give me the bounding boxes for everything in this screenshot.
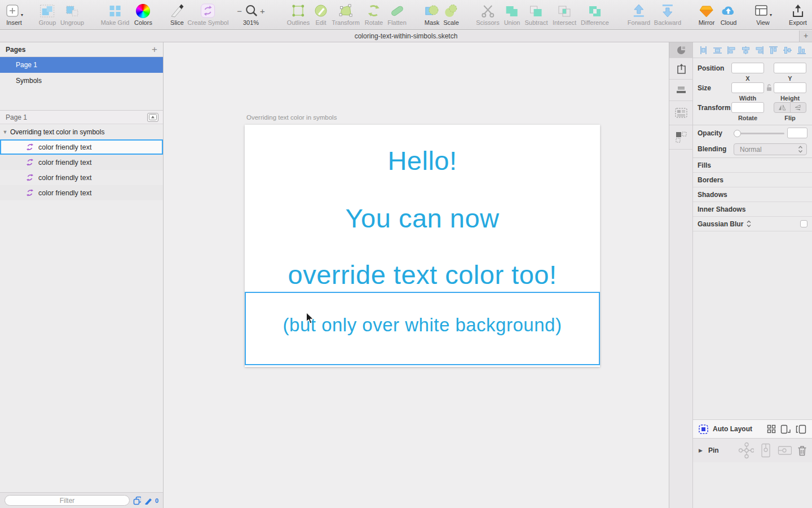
pin-edges-icon[interactable] <box>738 442 754 459</box>
chevron-down-icon: ▾ <box>770 12 772 17</box>
align-center-horizontal-icon[interactable] <box>741 46 751 55</box>
tab-page-setup[interactable] <box>669 101 692 125</box>
export-icon <box>791 3 805 18</box>
edit-button[interactable]: Edit <box>314 3 328 26</box>
grid-view-icon[interactable] <box>767 424 776 433</box>
zoom-control[interactable]: − + 301% <box>237 3 265 26</box>
position-x-input[interactable] <box>731 63 764 73</box>
subtract-button[interactable]: Subtract <box>525 3 548 26</box>
filter-input[interactable] <box>5 495 130 506</box>
artboard-text-line-4[interactable]: (but only over white background) <box>246 314 599 336</box>
section-fills[interactable]: Fills <box>693 158 812 173</box>
create-symbol-button[interactable]: Create Symbol <box>188 3 229 26</box>
align-left-icon[interactable] <box>727 46 736 55</box>
export-button[interactable]: Export <box>789 3 807 26</box>
rotate-input[interactable] <box>731 102 764 113</box>
gaussian-blur-checkbox[interactable] <box>800 220 807 227</box>
disclosure-triangle-icon[interactable]: ▶ <box>699 448 703 453</box>
slices-icon <box>675 131 687 143</box>
layer-row-symbol[interactable]: color friendly text <box>0 170 163 185</box>
layer-row-symbol[interactable]: color friendly text <box>0 185 163 200</box>
forward-button[interactable]: Forward <box>628 3 650 26</box>
intersect-button[interactable]: Intersect <box>553 3 576 26</box>
artboard-text-line-2[interactable]: You can now <box>245 203 600 234</box>
scissors-button[interactable]: Scissors <box>476 3 500 26</box>
add-tab-button[interactable]: + <box>799 30 812 42</box>
blending-dropdown[interactable]: Normal <box>734 143 807 155</box>
layer-row-symbol[interactable]: color friendly text <box>0 139 163 155</box>
make-grid-button[interactable]: Make Grid <box>101 3 130 26</box>
tab-print[interactable] <box>669 80 692 101</box>
section-borders[interactable]: Borders <box>693 173 812 187</box>
difference-button[interactable]: Difference <box>581 3 609 26</box>
artboard-label[interactable]: Overriding text color in symbols <box>246 114 337 121</box>
flip-vertical-button[interactable] <box>791 103 806 112</box>
stepper-icon[interactable] <box>747 220 751 227</box>
add-page-button[interactable]: + <box>152 46 157 54</box>
layer-group-label: Overriding text color in symbols <box>10 128 104 136</box>
align-right-icon[interactable] <box>754 46 764 55</box>
tab-export[interactable] <box>669 58 692 80</box>
mirror-button[interactable]: Mirror <box>699 3 715 26</box>
artboard-view-button[interactable] <box>147 113 158 122</box>
zoom-in-icon[interactable]: + <box>260 6 265 16</box>
union-button[interactable]: Union <box>504 3 520 26</box>
outlines-button[interactable]: Outlines <box>287 3 310 26</box>
ungroup-icon <box>65 3 80 18</box>
layer-row-symbol[interactable]: color friendly text <box>0 155 163 170</box>
size-height-input[interactable] <box>774 82 806 93</box>
ungroup-button[interactable]: Ungroup <box>60 3 84 26</box>
duplicate-icon[interactable] <box>133 496 141 505</box>
lock-icon[interactable] <box>766 84 772 91</box>
sketch-diamond-icon <box>699 3 714 18</box>
slice-button[interactable]: Slice <box>170 3 184 26</box>
section-shadows[interactable]: Shadows <box>693 187 812 202</box>
section-inner-shadows[interactable]: Inner Shadows <box>693 202 812 217</box>
position-y-input[interactable] <box>774 63 806 73</box>
view-button[interactable]: ▾ View <box>754 3 772 26</box>
pages-title: Pages <box>6 46 152 54</box>
scale-button[interactable]: Scale <box>443 3 459 26</box>
opacity-slider[interactable] <box>735 133 784 134</box>
disclosure-triangle-icon[interactable]: ▼ <box>0 129 10 135</box>
zoom-out-icon[interactable]: − <box>237 6 242 16</box>
insert-plus-icon <box>5 3 20 18</box>
backward-button[interactable]: Backward <box>654 3 681 26</box>
colors-button[interactable]: Colors <box>134 3 152 26</box>
insert-button[interactable]: ▾ Insert <box>5 3 23 26</box>
pin-vertical-icon[interactable] <box>760 443 771 458</box>
section-gaussian-blur[interactable]: Gaussian Blur <box>693 217 812 231</box>
sidebar-item-page-1[interactable]: Page 1 <box>0 57 163 73</box>
artboard[interactable]: Hello! You can now override text color t… <box>245 125 600 367</box>
selected-symbol-region[interactable]: (but only over white background) <box>245 292 600 365</box>
cloud-button[interactable]: Cloud <box>721 3 737 26</box>
transform-button[interactable]: Transform <box>332 3 360 26</box>
canvas[interactable]: Overriding text color in symbols Hello! … <box>164 42 669 508</box>
artboard-text-line-3[interactable]: override text color too! <box>245 259 600 290</box>
size-width-input[interactable] <box>731 82 764 93</box>
pencil-icon[interactable] <box>144 496 152 505</box>
flatten-button[interactable]: Flatten <box>387 3 407 26</box>
rotate-button[interactable]: Rotate <box>365 3 383 26</box>
align-top-icon[interactable] <box>769 46 778 55</box>
group-button[interactable]: Group <box>39 3 56 26</box>
blending-label: Blending <box>698 145 726 153</box>
distribute-horizontally-icon[interactable] <box>699 46 708 55</box>
align-bottom-icon[interactable] <box>797 46 806 55</box>
sidebar-item-symbols[interactable]: Symbols <box>0 73 163 89</box>
align-middle-vertical-icon[interactable] <box>783 46 792 55</box>
mask-button[interactable]: Mask <box>425 3 439 26</box>
flip-horizontal-button[interactable] <box>774 103 791 112</box>
distribute-vertically-icon[interactable] <box>713 46 722 55</box>
device-portrait-icon[interactable] <box>780 424 791 434</box>
trash-icon[interactable] <box>797 445 806 456</box>
tab-inspector[interactable] <box>669 42 692 58</box>
pin-horizontal-icon[interactable] <box>778 444 792 457</box>
opacity-slider-knob[interactable] <box>734 130 741 137</box>
opacity-value-input[interactable] <box>787 128 807 138</box>
tab-slices[interactable] <box>669 125 692 150</box>
layer-label: color friendly text <box>38 174 91 182</box>
device-landscape-icon[interactable] <box>796 424 806 434</box>
layer-group-row[interactable]: ▼ Overriding text color in symbols <box>0 124 163 139</box>
artboard-text-line-1[interactable]: Hello! <box>245 145 600 176</box>
